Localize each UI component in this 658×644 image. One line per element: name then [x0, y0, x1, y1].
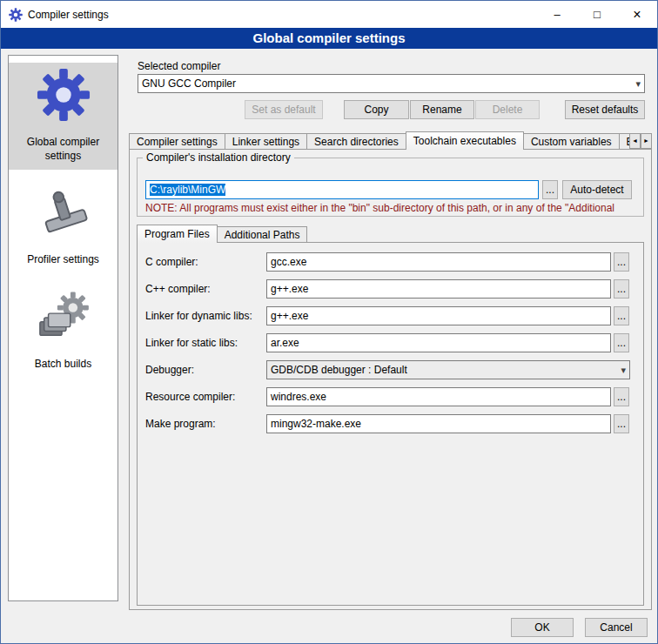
maximize-button[interactable]: □ [577, 1, 617, 28]
compiler-settings-tabs: Compiler settings Linker settings Search… [129, 131, 629, 150]
reset-defaults-button[interactable]: Reset defaults [565, 100, 645, 119]
make-program-browse-button[interactable]: ... [614, 414, 629, 433]
ok-button[interactable]: OK [511, 618, 574, 637]
profiler-tool-icon [10, 185, 116, 241]
debugger-label: Debugger: [145, 360, 194, 379]
selected-compiler-value: GNU GCC Compiler [142, 77, 236, 90]
install-dir-browse-button[interactable]: ... [542, 180, 558, 199]
rename-button[interactable]: Rename [410, 100, 474, 119]
tab-custom-variables[interactable]: Custom variables [523, 133, 620, 150]
debugger-value: GDB/CDB debugger : Default [271, 364, 407, 376]
selected-compiler-label: Selected compiler [138, 57, 220, 76]
settings-category-list: Global compiler settings Profiler settin… [8, 55, 118, 601]
c-compiler-label: C compiler: [145, 252, 198, 272]
sidebar-item-label: Global compiler settings [10, 136, 116, 163]
sidebar-item-label: Profiler settings [10, 253, 116, 267]
tab-compiler-settings[interactable]: Compiler settings [129, 133, 225, 150]
sidebar-item-profiler-settings[interactable]: Profiler settings [9, 180, 118, 274]
close-button[interactable]: × [617, 1, 657, 28]
sidebar-item-label: Batch builds [10, 358, 116, 372]
cpp-compiler-input[interactable]: g++.exe [266, 279, 611, 299]
install-dir-group-title: Compiler's installation directory [143, 151, 294, 164]
linker-static-browse-button[interactable]: ... [614, 333, 629, 352]
set-as-default-button: Set as default [245, 100, 323, 119]
window-title: Compiler settings [28, 9, 109, 21]
tab-linker-settings[interactable]: Linker settings [225, 133, 307, 150]
sidebar-item-global-compiler-settings[interactable]: Global compiler settings [9, 63, 118, 170]
tab-program-files[interactable]: Program Files [137, 225, 218, 243]
make-program-input[interactable]: mingw32-make.exe [266, 414, 611, 433]
tab-scroll-left-icon[interactable]: ◄ [629, 133, 641, 149]
c-compiler-browse-button[interactable]: ... [614, 252, 629, 272]
linker-dynamic-browse-button[interactable]: ... [614, 306, 629, 325]
cpp-compiler-label: C++ compiler: [145, 279, 211, 299]
selected-compiler-dropdown[interactable]: GNU GCC Compiler ▾ [138, 74, 645, 93]
chevron-down-icon: ▾ [635, 77, 641, 91]
c-compiler-input[interactable]: gcc.exe [266, 252, 611, 272]
page-title: Global compiler settings [1, 28, 657, 49]
installation-directory-value: C:\raylib\MinGW [150, 184, 225, 196]
linker-dynamic-input[interactable]: g++.exe [266, 306, 611, 325]
tab-search-directories[interactable]: Search directories [306, 133, 406, 150]
delete-button: Delete [475, 100, 540, 119]
linker-static-input[interactable]: ar.exe [266, 333, 611, 352]
minimize-button[interactable]: – [537, 1, 577, 28]
compiler-settings-window: Compiler settings – □ × Global compiler … [0, 0, 658, 644]
resource-compiler-input[interactable]: windres.exe [266, 387, 611, 406]
tab-build-options[interactable]: Buil [619, 133, 629, 150]
batch-builds-gears-icon [10, 290, 116, 345]
cancel-button[interactable]: Cancel [585, 618, 648, 637]
app-gear-icon [9, 8, 23, 22]
auto-detect-button[interactable]: Auto-detect [562, 180, 632, 199]
install-dir-note: NOTE: All programs must exist either in … [145, 202, 638, 214]
debugger-dropdown[interactable]: GDB/CDB debugger : Default ▾ [266, 360, 630, 379]
linker-static-label: Linker for static libs: [145, 333, 238, 352]
sidebar-item-batch-builds[interactable]: Batch builds [9, 285, 118, 379]
installation-directory-input[interactable]: C:\raylib\MinGW [145, 180, 539, 199]
make-program-label: Make program: [145, 414, 216, 433]
resource-compiler-label: Resource compiler: [145, 387, 235, 406]
resource-compiler-browse-button[interactable]: ... [614, 387, 629, 406]
tab-additional-paths[interactable]: Additional Paths [217, 226, 308, 243]
copy-button[interactable]: Copy [344, 100, 409, 119]
title-bar: Compiler settings – □ × [1, 1, 657, 28]
linker-dynamic-label: Linker for dynamic libs: [145, 306, 252, 325]
cpp-compiler-browse-button[interactable]: ... [614, 279, 629, 299]
tab-toolchain-executables[interactable]: Toolchain executables [406, 131, 524, 150]
program-files-tabs: Program Files Additional Paths [137, 225, 398, 243]
global-compiler-gear-icon [10, 68, 116, 124]
tab-scroll-right-icon[interactable]: ► [641, 133, 652, 149]
chevron-down-icon: ▾ [621, 363, 626, 377]
